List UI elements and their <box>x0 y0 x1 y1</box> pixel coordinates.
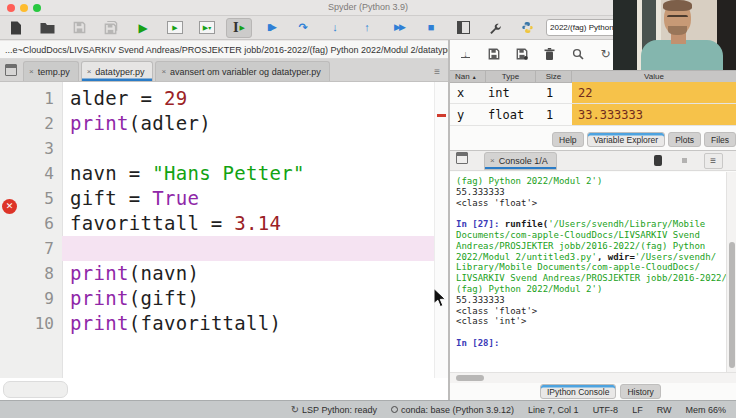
tab-history[interactable]: History <box>620 384 660 399</box>
close-tab-icon[interactable]: × <box>87 67 92 76</box>
variable-value[interactable]: 22 <box>572 82 736 103</box>
code-editor[interactable]: 1alder = 292print(adler)34navn = "Hans P… <box>0 82 448 378</box>
close-tab-icon[interactable]: × <box>161 67 166 76</box>
close-tab-icon[interactable]: × <box>29 67 34 76</box>
console-line: 55.333333 <box>456 187 726 198</box>
column-value[interactable]: Value <box>572 71 736 82</box>
new-file-button[interactable] <box>2 18 28 38</box>
run-button[interactable]: ▶ <box>130 18 156 38</box>
maximize-pane-button[interactable] <box>450 18 476 38</box>
stop-button[interactable]: ■ <box>418 18 444 38</box>
column-name[interactable]: Nan▲ <box>450 71 486 82</box>
run-selection-button[interactable]: I▶ <box>226 18 252 38</box>
editor-tab[interactable]: ×datatyper.py <box>81 61 154 81</box>
code-line[interactable]: 5gift = True <box>0 186 434 211</box>
preferences-button[interactable] <box>482 18 508 38</box>
console-line: LIVSARKIV Svend Andreas/PROSJEKTER jobb/… <box>456 273 726 284</box>
save-data-button[interactable] <box>486 47 501 62</box>
console-pane-icon[interactable] <box>456 152 468 164</box>
editor-tab-label: datatyper.py <box>95 67 144 77</box>
run-cell-button[interactable]: ▶ <box>162 18 188 38</box>
variable-row[interactable]: xint122 <box>450 82 736 104</box>
sync-icon: ↻ <box>291 405 299 415</box>
step-into-button[interactable]: ↓ <box>322 18 348 38</box>
code-line[interactable]: 9print(gift) <box>0 286 434 311</box>
tab-ipython-console[interactable]: IPython Console <box>540 384 616 399</box>
console-line: <class 'float'> <box>456 306 726 317</box>
code-line[interactable]: 6favorittall = 3.14 <box>0 211 434 236</box>
code-line[interactable]: 7 <box>0 236 434 261</box>
tab-files[interactable]: Files <box>704 132 736 147</box>
editor-options-icon[interactable]: ≡ <box>434 66 440 77</box>
save-all-button[interactable] <box>98 18 124 38</box>
variable-row[interactable]: yfloat133.333333 <box>450 104 736 126</box>
variable-name: x <box>450 82 486 103</box>
kernel-status-icon <box>682 158 687 163</box>
run-cell-advance-button[interactable]: ▶▾ <box>194 18 220 38</box>
webcam-background <box>613 0 637 70</box>
tab-help[interactable]: Help <box>552 132 583 147</box>
column-type[interactable]: Type <box>486 71 536 82</box>
editor-tab-bar: ×temp.py×datatyper.py×avansert om variab… <box>0 59 448 82</box>
trash-icon <box>544 48 555 61</box>
tab-plots[interactable]: Plots <box>668 132 701 147</box>
interrupt-kernel-icon[interactable] <box>654 155 662 166</box>
open-file-button[interactable] <box>34 18 60 38</box>
code-text: print(adler) <box>62 111 434 136</box>
console-output[interactable]: (fag) Python 2022/Modul 2')55.333333<cla… <box>450 172 726 372</box>
environment-icon <box>391 406 398 413</box>
console-vscroll-thumb[interactable] <box>729 242 735 368</box>
line-number: 4 <box>0 161 62 186</box>
editor-tab[interactable]: ×temp.py <box>23 61 79 81</box>
column-size[interactable]: Size <box>536 71 572 82</box>
console-line <box>456 208 726 219</box>
console-line: <class 'float'> <box>456 198 726 209</box>
save-data-as-button[interactable] <box>514 47 529 62</box>
save-button[interactable] <box>66 18 92 38</box>
search-variable-button[interactable] <box>570 47 585 62</box>
code-line[interactable]: 4navn = "Hans Petter" <box>0 161 434 186</box>
line-number: 9 <box>0 286 62 311</box>
line-number: 6 <box>0 211 62 236</box>
console-line: (fag) Python 2022/Modul 2') <box>456 176 726 187</box>
editor-hscroll-thumb[interactable] <box>3 381 68 398</box>
python-env-button[interactable] <box>514 18 540 38</box>
tab-variable-explorer[interactable]: Variable Explorer <box>587 132 666 147</box>
code-text: print(gift) <box>62 286 434 311</box>
refresh-variables-button[interactable]: ↻ <box>598 47 613 62</box>
step-out-button[interactable]: ↑ <box>354 18 380 38</box>
variable-value[interactable]: 33.333333 <box>572 104 736 125</box>
variable-name: y <box>450 104 486 125</box>
editor-scrollbar[interactable] <box>434 82 449 378</box>
code-line[interactable]: 8print(navn) <box>0 261 434 286</box>
status-item: RW <box>657 405 672 415</box>
editor-tab[interactable]: ×avansert om variabler og datatyper.py <box>155 61 329 81</box>
status-item: conda: base (Python 3.9.12) <box>391 405 514 415</box>
minimize-window-icon[interactable] <box>20 4 28 12</box>
close-console-icon[interactable]: × <box>490 156 495 165</box>
console-line: Andreas/PROSJEKTER jobb/2016-2022/(fag) … <box>456 241 726 252</box>
debug-button[interactable]: ▮▶ <box>258 18 284 38</box>
console-hscroll-thumb[interactable] <box>456 375 484 381</box>
import-data-button[interactable]: ↓ <box>458 47 473 62</box>
code-line[interactable]: 3 <box>0 136 434 161</box>
close-window-icon[interactable] <box>7 4 15 12</box>
browse-tabs-icon[interactable] <box>5 64 17 76</box>
code-line[interactable]: 10print(favorittall) <box>0 311 434 336</box>
status-label: UTF-8 <box>593 405 619 415</box>
code-line[interactable]: 1alder = 29 <box>0 86 434 111</box>
console-line <box>456 327 726 338</box>
person-shirt <box>641 40 723 70</box>
console-tab[interactable]: × Console 1/A <box>484 152 557 170</box>
mouse-cursor <box>433 288 447 308</box>
console-line: Documents/com-apple-CloudDocs/LIVSARKIV … <box>456 230 726 241</box>
line-number: 7 <box>0 236 62 261</box>
code-line[interactable]: 2print(adler) <box>0 111 434 136</box>
error-scroll-flag <box>437 114 446 117</box>
step-over-button[interactable]: ↷ <box>290 18 316 38</box>
continue-button[interactable]: ▶▶ <box>386 18 412 38</box>
remove-variable-button[interactable] <box>542 47 557 62</box>
debug-icon: ▮▶ <box>267 23 275 32</box>
zoom-window-icon[interactable] <box>33 4 41 12</box>
console-options-button[interactable]: ≡ <box>704 153 723 169</box>
